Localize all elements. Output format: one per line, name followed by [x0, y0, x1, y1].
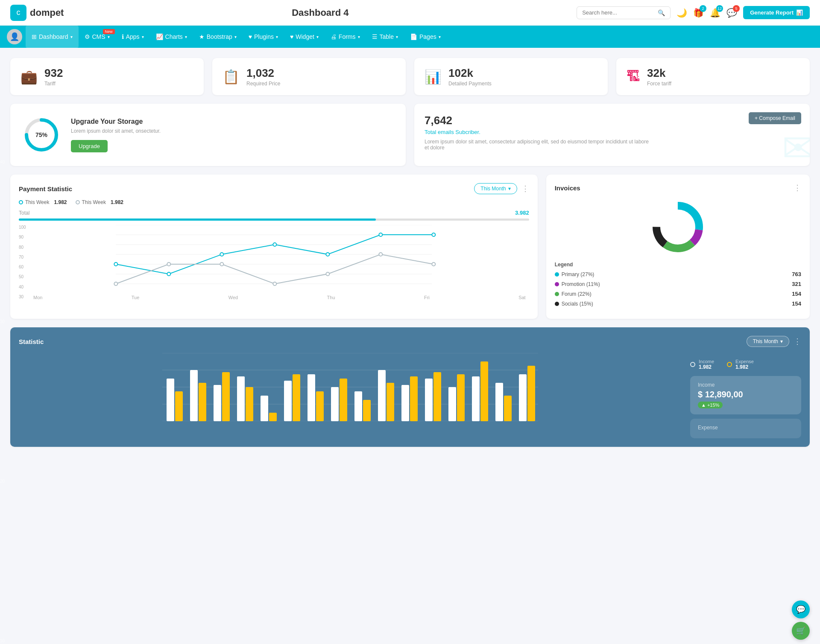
svg-point-15 — [432, 233, 435, 236]
svg-rect-61 — [504, 396, 512, 421]
sidebar-item-plugins[interactable]: ♥ Plugins ▾ — [243, 26, 284, 48]
sidebar-item-bootstrap[interactable]: ★ Bootstrap ▾ — [193, 26, 243, 48]
primary-label: Primary (27%) — [562, 271, 594, 277]
statistic-more-options[interactable]: ⋮ — [794, 337, 801, 346]
income-legend-label: Income — [699, 359, 714, 364]
svg-rect-33 — [175, 391, 183, 421]
payment-title: Payment Statistic — [19, 185, 72, 192]
chat-icon[interactable]: 💬 5 — [726, 8, 737, 18]
income-detail-box: Income $ 12,890,00 ▲ +15% — [690, 376, 801, 414]
chevron-down-icon: ▾ — [358, 35, 360, 39]
search-input[interactable] — [582, 9, 654, 16]
invoices-card: Invoices ⋮ Legend — [546, 175, 810, 319]
svg-point-20 — [326, 272, 329, 276]
svg-rect-40 — [261, 396, 268, 421]
svg-rect-48 — [354, 391, 362, 421]
sidebar-item-charts[interactable]: 📈 Charts ▾ — [150, 26, 193, 48]
x-axis-labels: Mon Tue Wed Thu Fri Sat — [19, 295, 529, 300]
email-card: + Compose Email 7,642 Total emails Subcr… — [414, 104, 810, 166]
svg-rect-38 — [237, 376, 245, 421]
legend-heading: Legend — [555, 262, 801, 268]
svg-rect-46 — [331, 387, 339, 421]
page-title: Dashboard 4 — [292, 7, 348, 18]
month-label: This Month — [753, 338, 778, 344]
gift-icon[interactable]: 🎁 2 — [693, 8, 704, 18]
legend-label-1: This Week — [25, 199, 49, 205]
stat-cards: 💼 932 Tariff 📋 1,032 Required Price 📊 10… — [10, 58, 810, 95]
storage-title: Upgrade Your Storage — [71, 118, 161, 125]
payment-more-options[interactable]: ⋮ — [521, 184, 529, 193]
statistic-right-panel: Income 1.982 Expense 1.982 Income $ — [690, 353, 801, 438]
chevron-down-icon: ▾ — [780, 338, 783, 344]
total-label: Total — [19, 210, 29, 216]
income-box-value: $ 12,890,00 — [698, 390, 794, 399]
invoices-more-options[interactable]: ⋮ — [794, 183, 801, 192]
compose-email-button[interactable]: + Compose Email — [749, 112, 801, 124]
svg-rect-63 — [527, 366, 535, 421]
bell-icon[interactable]: 🔔 12 — [710, 8, 720, 18]
detailed-payments-label: Detailed Payments — [448, 81, 492, 87]
svg-rect-59 — [480, 361, 488, 421]
gift-badge: 2 — [700, 5, 706, 12]
chevron-down-icon: ▾ — [185, 35, 187, 39]
search-box[interactable]: 🔍 — [577, 6, 671, 19]
chevron-down-icon: ▾ — [276, 35, 278, 39]
email-subtitle: Total emails Subcriber. — [425, 129, 800, 135]
sidebar-item-cms[interactable]: ⚙ CMS New ▾ — [79, 26, 116, 48]
forms-icon: 🖨 — [331, 33, 337, 40]
svg-point-21 — [379, 253, 382, 256]
navbar: 👤 ⊞ Dashboard ▾ ⚙ CMS New ▾ ℹ Apps ▾ 📈 C… — [0, 26, 820, 48]
chevron-down-icon: ▾ — [70, 35, 73, 39]
tariff-label: Tariff — [44, 81, 63, 87]
legend-item-1: This Week 1.982 — [19, 199, 67, 205]
income-legend-value: 1.982 — [699, 364, 714, 370]
storage-card: 75% Upgrade Your Storage Lorem ipsum dol… — [10, 104, 406, 166]
upgrade-button[interactable]: Upgrade — [71, 140, 108, 152]
svg-rect-43 — [293, 374, 300, 421]
legend-val-1: 1.982 — [54, 199, 67, 205]
required-price-value: 1,032 — [246, 67, 280, 80]
header: c dompet Dashboard 4 🔍 🌙 🎁 2 🔔 12 💬 5 Ge… — [0, 0, 820, 26]
svg-point-18 — [220, 262, 223, 266]
generate-report-button[interactable]: Generate Report 📊 — [743, 6, 810, 19]
svg-rect-57 — [457, 374, 465, 421]
this-month-filter-button[interactable]: This Month ▾ — [474, 183, 517, 194]
sidebar-item-apps[interactable]: ℹ Apps ▾ — [116, 26, 150, 48]
bottom-row: Payment Statistic This Month ▾ ⋮ This We… — [10, 175, 810, 319]
sidebar-item-table[interactable]: ☰ Table ▾ — [366, 26, 404, 48]
moon-icon[interactable]: 🌙 — [676, 8, 687, 18]
invoices-title: Invoices — [555, 184, 580, 192]
svg-rect-51 — [387, 383, 394, 421]
socials-label: Socials (15%) — [562, 301, 593, 307]
svg-rect-56 — [448, 387, 456, 421]
svg-rect-50 — [378, 370, 386, 421]
bell-badge: 12 — [716, 5, 723, 12]
sidebar-item-dashboard[interactable]: ⊞ Dashboard ▾ — [26, 26, 79, 48]
apps-icon: ℹ — [122, 33, 124, 40]
statistic-card: Statistic This Month ▾ ⋮ 5040302010 — [10, 327, 810, 447]
svg-rect-58 — [472, 376, 480, 421]
sidebar-item-forms[interactable]: 🖨 Forms ▾ — [325, 26, 366, 48]
expense-dot — [727, 362, 732, 367]
sidebar-item-pages[interactable]: 📄 Pages ▾ — [404, 26, 447, 48]
filter-label: This Month — [480, 186, 506, 192]
payment-legend: This Week 1.982 This Week 1.982 — [19, 199, 529, 205]
legend-item-2: This Week 1.982 — [76, 199, 124, 205]
income-box-label: Income — [698, 382, 794, 388]
chevron-down-icon: ▾ — [142, 35, 144, 39]
chevron-down-icon: ▾ — [108, 35, 110, 39]
svg-point-14 — [379, 233, 382, 236]
plugins-icon: ♥ — [249, 33, 252, 40]
table-icon: ☰ — [372, 33, 378, 40]
svg-rect-60 — [495, 383, 503, 421]
statistic-month-filter[interactable]: This Month ▾ — [747, 336, 789, 347]
stat-card-tariff: 💼 932 Tariff — [10, 58, 204, 95]
sidebar-item-widget[interactable]: ♥ Widget ▾ — [284, 26, 325, 48]
income-badge: ▲ +15% — [698, 402, 723, 408]
expense-legend-value: 1.982 — [735, 364, 754, 370]
statistic-controls: This Month ▾ ⋮ — [747, 336, 801, 347]
inv-legend-socials: Socials (15%) 154 — [555, 300, 801, 307]
promotion-dot — [555, 282, 559, 286]
required-price-label: Required Price — [246, 81, 280, 87]
invoices-header: Invoices ⋮ — [555, 183, 801, 192]
